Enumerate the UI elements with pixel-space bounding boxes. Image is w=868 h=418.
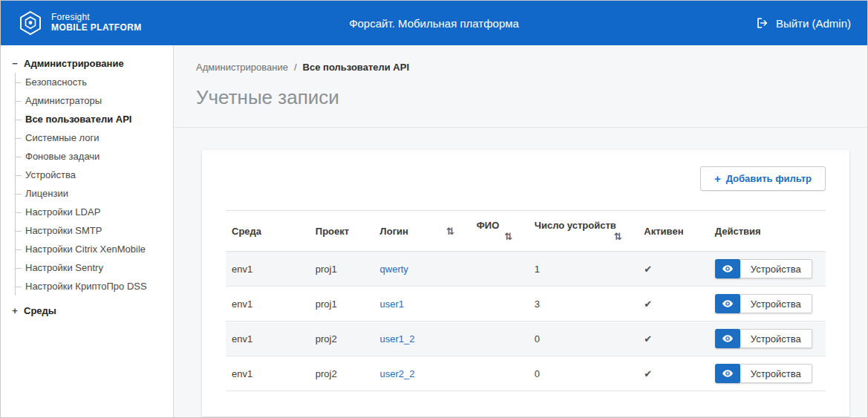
accounts-card: + Добавить фильтр Среда Проект Логин ⇅ Ф… [202, 150, 849, 417]
cell-env: env1 [226, 252, 310, 287]
column-header-active: Активен [638, 211, 708, 252]
check-icon: ✔ [644, 264, 652, 275]
sidebar-item-smtp-settings[interactable]: Настройки SMTP [16, 221, 166, 240]
hexagon-logo-icon [17, 10, 44, 36]
table-row: env1 proj2 user2_2 0 ✔ [226, 356, 826, 391]
logout-icon [756, 16, 769, 30]
column-header-project: Проект [310, 211, 374, 252]
sidebar-item-system-logs[interactable]: Системные логи [16, 128, 166, 147]
cell-fio [471, 321, 529, 356]
actions-group: Устройства [715, 329, 812, 348]
column-header-devices: Число устройств ⇅ [529, 211, 639, 252]
topbar: Foresight MOBILE PLATFORM Форсайт. Мобил… [1, 1, 867, 45]
sidebar-root-environments[interactable]: + Среды [11, 303, 166, 319]
cell-env: env1 [226, 321, 310, 356]
cell-login: user1_2 [374, 321, 471, 356]
breadcrumb-parent[interactable]: Администрирование [196, 62, 288, 73]
actions-group: Устройства [715, 259, 812, 278]
cell-devices: 0 [529, 321, 639, 356]
sidebar-item-devices[interactable]: Устройства [16, 166, 166, 184]
view-button[interactable] [715, 329, 740, 348]
view-button[interactable] [715, 259, 740, 278]
cell-actions: Устройства [709, 321, 826, 356]
sidebar-item-sentry-settings[interactable]: Настройки Sentry [16, 258, 166, 277]
card-toolbar: + Добавить фильтр [226, 166, 826, 191]
breadcrumb: Администрирование / Все пользователи API [196, 62, 845, 73]
cell-login: user1 [374, 287, 471, 321]
expand-icon[interactable]: + [11, 305, 19, 316]
sidebar-item-administrators[interactable]: Администраторы [16, 91, 166, 110]
sidebar-item-all-api-users[interactable]: Все пользователи API [16, 110, 166, 128]
cell-env: env1 [226, 356, 310, 391]
cell-login: qwerty [374, 252, 471, 287]
cell-devices: 0 [529, 356, 639, 391]
sort-icon-devices[interactable]: ⇅ [613, 231, 621, 242]
sidebar-item-cryptopro-dss-settings[interactable]: Настройки КриптоПро DSS [16, 277, 166, 295]
app-logo: Foresight MOBILE PLATFORM [17, 10, 142, 36]
table-header-row: Среда Проект Логин ⇅ ФИО ⇅ Число устройс… [226, 211, 826, 252]
table-row: env1 proj1 qwerty 1 ✔ [226, 252, 826, 287]
collapse-icon[interactable]: − [11, 58, 19, 69]
check-icon: ✔ [644, 333, 652, 344]
eye-icon [722, 298, 734, 310]
login-link[interactable]: qwerty [380, 264, 408, 275]
cell-devices: 1 [529, 252, 639, 287]
check-icon: ✔ [644, 298, 652, 310]
login-link[interactable]: user2_2 [380, 368, 415, 379]
add-filter-button[interactable]: + Добавить фильтр [700, 166, 826, 191]
devices-button[interactable]: Устройства [738, 259, 812, 278]
sidebar-item-citrix-xenmobile-settings[interactable]: Настройки Citrix XenMobile [16, 240, 166, 258]
api-users-table: Среда Проект Логин ⇅ ФИО ⇅ Число устройс… [226, 210, 826, 391]
cell-devices: 3 [529, 287, 639, 321]
devices-button[interactable]: Устройства [738, 364, 812, 383]
breadcrumb-separator: / [294, 62, 297, 73]
column-header-fio: ФИО ⇅ [471, 211, 529, 252]
login-link[interactable]: user1 [380, 298, 405, 310]
logout-button[interactable]: Выйти (Admin) [756, 16, 851, 30]
devices-button[interactable]: Устройства [738, 329, 812, 348]
devices-button[interactable]: Устройства [738, 294, 812, 313]
cell-project: proj1 [310, 252, 374, 287]
cell-fio [471, 356, 529, 391]
cell-actions: Устройства [709, 252, 826, 287]
cell-fio [471, 287, 529, 321]
logo-brand-name: Foresight [51, 13, 142, 23]
sidebar-item-licenses[interactable]: Лицензии [16, 184, 166, 203]
cell-env: env1 [226, 287, 310, 321]
table-row: env1 proj2 user1_2 0 ✔ [226, 321, 826, 356]
cell-active: ✔ [638, 252, 708, 287]
main-content: Администрирование / Все пользователи API… [174, 45, 867, 418]
eye-icon [722, 263, 734, 275]
sidebar-children: Безопасность Администраторы Все пользова… [15, 73, 166, 295]
cell-fio [471, 252, 529, 287]
logout-label: Выйти (Admin) [776, 17, 851, 30]
cell-active: ✔ [638, 287, 708, 321]
sidebar-item-security[interactable]: Безопасность [16, 73, 166, 91]
cell-active: ✔ [638, 321, 708, 356]
sidebar-root-label: Администрирование [24, 58, 124, 69]
cell-actions: Устройства [709, 287, 826, 321]
sort-icon-fio[interactable]: ⇅ [504, 231, 512, 242]
view-button[interactable] [715, 294, 740, 313]
page-header: Администрирование / Все пользователи API… [174, 45, 867, 128]
actions-group: Устройства [715, 294, 812, 313]
app-title: Форсайт. Мобильная платформа [349, 17, 519, 30]
sort-icon-login[interactable]: ⇅ [446, 226, 454, 237]
eye-icon [722, 333, 734, 344]
sidebar-item-background-tasks[interactable]: Фоновые задачи [16, 147, 166, 166]
sidebar-item-ldap-settings[interactable]: Настройки LDAP [16, 203, 166, 221]
eye-icon [722, 368, 734, 379]
cell-project: proj2 [310, 321, 374, 356]
sidebar-nav: − Администрирование Безопасность Админис… [1, 45, 174, 418]
cell-actions: Устройства [709, 356, 826, 391]
sidebar-root-administration[interactable]: − Администрирование [11, 56, 166, 71]
view-button[interactable] [715, 364, 740, 383]
logo-product-name: MOBILE PLATFORM [51, 23, 142, 33]
cell-active: ✔ [638, 356, 708, 391]
column-header-env: Среда [226, 211, 310, 252]
sidebar-root-label: Среды [24, 305, 56, 316]
page-title: Учетные записи [196, 86, 845, 109]
login-link[interactable]: user1_2 [380, 333, 415, 344]
breadcrumb-current: Все пользователи API [303, 62, 409, 73]
column-header-login: Логин ⇅ [374, 211, 471, 252]
